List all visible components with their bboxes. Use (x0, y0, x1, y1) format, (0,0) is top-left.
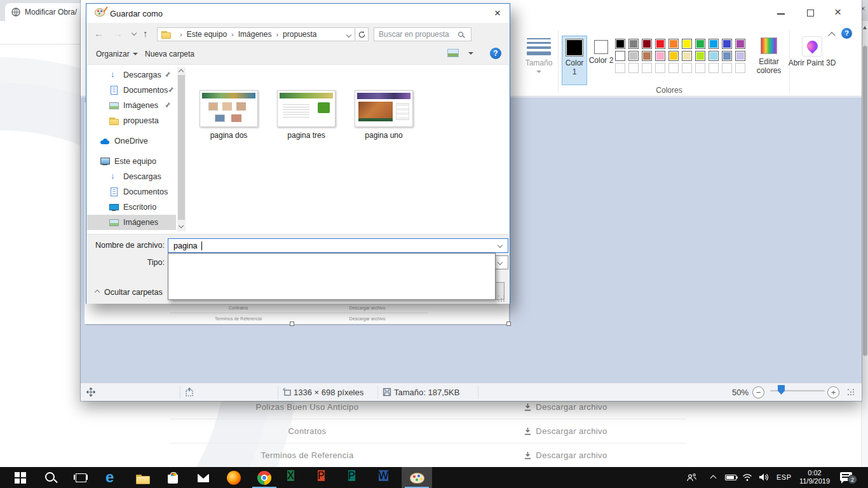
taskbar-button[interactable] (5, 467, 36, 488)
refresh-button[interactable] (356, 27, 369, 41)
views-dropdown-icon[interactable] (468, 52, 473, 55)
palette-swatch[interactable] (695, 39, 705, 49)
sidebar-item[interactable]: OneDrive (87, 133, 176, 149)
close-icon[interactable]: × (834, 5, 841, 19)
taskbar-button[interactable] (188, 467, 219, 488)
zoom-out-button[interactable]: − (752, 386, 764, 398)
file-item[interactable]: pagina uno (346, 90, 422, 140)
palette-swatch[interactable] (642, 39, 652, 49)
palette-swatch[interactable] (709, 39, 719, 49)
canvas-resize-handle-bottom[interactable] (290, 322, 294, 326)
palette-swatch[interactable] (642, 51, 652, 61)
palette-swatch[interactable] (735, 63, 745, 73)
taskbar-button[interactable] (158, 467, 188, 488)
palette-swatch[interactable] (628, 63, 639, 73)
filename-suggestions-dropdown[interactable] (168, 253, 496, 300)
palette-swatch[interactable] (682, 51, 692, 61)
palette-swatch[interactable] (668, 63, 679, 73)
nav-up-icon[interactable]: ↑ (143, 28, 148, 39)
palette-swatch[interactable] (628, 51, 639, 61)
palette-swatch[interactable] (695, 51, 705, 61)
filename-input[interactable]: pagina (168, 238, 508, 253)
file-item[interactable]: pagina dos (191, 90, 267, 140)
nav-back-icon[interactable]: ← (94, 28, 104, 39)
edit-colors-button[interactable]: Editar colores (749, 36, 789, 86)
sidebar-item[interactable]: Documentos (87, 184, 176, 200)
palette-swatch[interactable] (709, 63, 719, 73)
address-bar[interactable]: ›Este equipo›Imágenes›propuesta (157, 27, 355, 41)
breadcrumb-item[interactable]: ›propuesta (271, 30, 316, 39)
palette-swatch[interactable] (615, 63, 625, 73)
dialog-resize-grip[interactable] (498, 295, 506, 303)
scrollbar-up-icon[interactable] (863, 26, 867, 29)
sidebar-item[interactable]: Imágenes (87, 215, 176, 230)
palette-swatch[interactable] (695, 63, 705, 73)
breadcrumb-item[interactable]: ›Este equipo (175, 30, 227, 39)
taskbar-button[interactable] (66, 467, 97, 488)
wifi-icon[interactable] (742, 473, 752, 482)
palette-swatch[interactable] (615, 39, 625, 49)
download-link[interactable]: Descargar archivo (445, 451, 686, 460)
browser-scrollbar[interactable] (861, 21, 868, 467)
taskbar-button[interactable] (280, 467, 310, 488)
palette-swatch[interactable] (682, 39, 692, 49)
palette-swatch[interactable] (735, 51, 745, 61)
palette-swatch[interactable] (615, 51, 625, 61)
taskbar-button[interactable] (127, 467, 158, 488)
address-dropdown-icon[interactable] (346, 32, 351, 37)
paint-help-icon[interactable]: ? (841, 28, 852, 39)
new-folder-button[interactable]: Nueva carpeta (145, 50, 194, 58)
palette-swatch[interactable] (722, 39, 732, 49)
search-input[interactable]: Buscar en propuesta (374, 27, 471, 41)
color2-button[interactable]: Color 2 (588, 36, 614, 85)
sidebar-item[interactable]: Descargas (87, 169, 176, 184)
canvas-resize-handle-corner[interactable] (506, 322, 511, 326)
sidebar-scrollbar[interactable] (177, 67, 186, 231)
sidebar-item[interactable]: propuesta (87, 113, 176, 128)
palette-swatch[interactable] (735, 39, 745, 49)
palette-swatch[interactable] (722, 63, 732, 73)
palette-swatch[interactable] (628, 39, 639, 49)
sidebar-item[interactable]: Escritorio (87, 200, 176, 215)
taskbar-button[interactable] (371, 467, 402, 488)
people-icon[interactable] (686, 473, 697, 483)
taskbar-button[interactable] (249, 467, 280, 488)
hide-folders-button[interactable]: Ocultar carpetas (95, 288, 163, 297)
palette-swatch[interactable] (682, 63, 692, 73)
zoom-in-button[interactable]: + (827, 386, 839, 398)
color1-button[interactable]: Color 1 (562, 36, 587, 85)
palette-swatch[interactable] (668, 39, 679, 49)
breadcrumb-item[interactable]: ›Imágenes (227, 30, 271, 39)
sidebar-item[interactable]: Este equipo (87, 154, 176, 169)
recent-locations-icon[interactable] (132, 30, 137, 36)
clock[interactable]: 0:02 11/9/2019 (794, 469, 836, 485)
palette-swatch[interactable] (642, 63, 652, 73)
taskbar-button[interactable] (310, 467, 341, 488)
palette-swatch[interactable] (655, 39, 665, 49)
scroll-down-icon[interactable] (179, 223, 184, 228)
maximize-icon[interactable] (807, 10, 814, 17)
language-indicator[interactable]: ESP (776, 473, 792, 481)
nav-forward-icon[interactable]: → (113, 28, 123, 39)
tray-overflow-icon[interactable] (710, 475, 717, 482)
minimize-icon[interactable] (777, 13, 785, 15)
size-button[interactable]: Tamaño (519, 36, 559, 86)
palette-swatch[interactable] (655, 51, 665, 61)
views-button[interactable] (447, 49, 459, 57)
battery-icon[interactable] (725, 475, 736, 480)
taskbar-button[interactable] (341, 467, 371, 488)
scrollbar-thumb[interactable] (863, 46, 867, 356)
taskbar-button[interactable] (402, 467, 432, 488)
sidebar-item[interactable]: Imágenes (87, 98, 176, 113)
browser-tab[interactable]: Modificar Obra/ (5, 3, 89, 21)
scroll-up-icon[interactable] (179, 69, 184, 74)
organize-button[interactable]: Organizar (96, 50, 138, 58)
volume-icon[interactable] (759, 473, 769, 482)
sidebar-scrollbar-thumb[interactable] (178, 75, 185, 220)
taskbar-button[interactable] (97, 467, 127, 488)
sidebar-item[interactable]: Documentos (87, 83, 176, 98)
file-item[interactable]: pagina tres (268, 90, 344, 140)
taskbar-button[interactable] (36, 467, 66, 488)
palette-swatch[interactable] (655, 63, 665, 73)
dialog-close-icon[interactable]: × (494, 7, 501, 20)
